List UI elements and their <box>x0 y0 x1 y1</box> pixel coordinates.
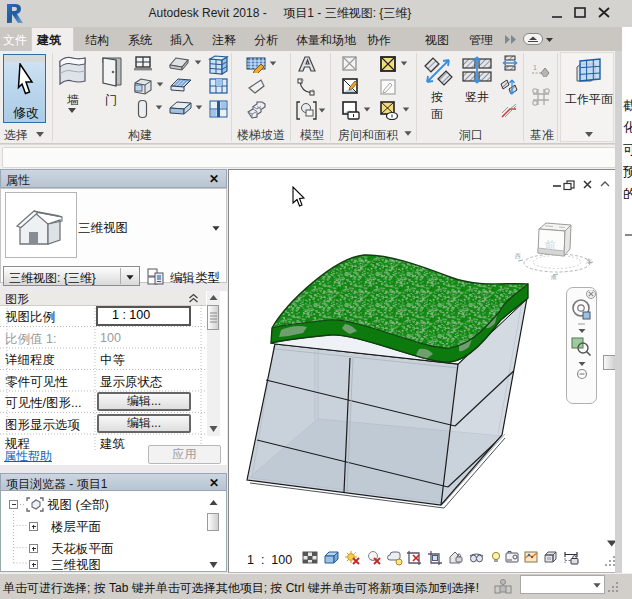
svg-text:东: 东 <box>586 257 592 264</box>
svg-text:1: 1 <box>533 64 537 71</box>
svg-text:前: 前 <box>544 239 556 251</box>
svg-text:西: 西 <box>515 253 521 260</box>
svg-text:南: 南 <box>551 274 557 280</box>
